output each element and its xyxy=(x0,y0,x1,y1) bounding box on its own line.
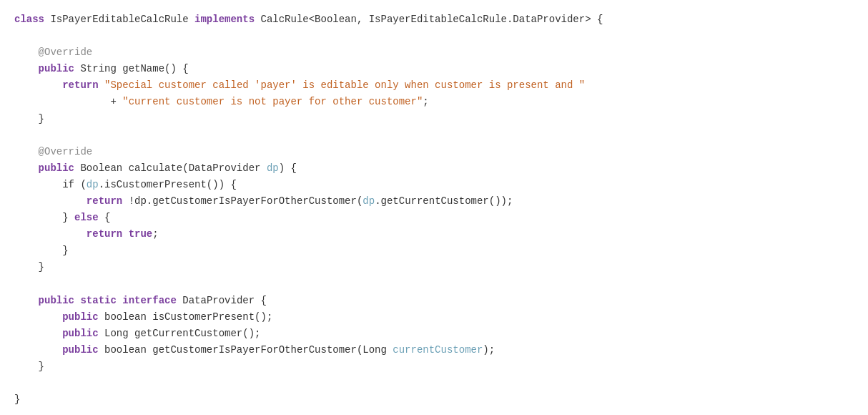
code-line: public Long getCurrentCustomer(); xyxy=(14,326,854,342)
code-line: public Boolean calculate(DataProvider dp… xyxy=(14,160,854,177)
code-line: public String getName() { xyxy=(14,61,854,77)
code-line xyxy=(14,28,854,44)
code-block: class IsPayerEditableCalcRule implements… xyxy=(0,11,868,408)
code-line: @Override xyxy=(14,44,854,61)
code-line xyxy=(14,375,854,391)
code-line xyxy=(14,276,854,293)
code-line: if (dp.isCustomerPresent()) { xyxy=(14,177,854,193)
code-container: class IsPayerEditableCalcRule implements… xyxy=(0,0,868,415)
code-line: } else { xyxy=(14,210,854,226)
code-line: public static interface DataProvider { xyxy=(14,293,854,309)
code-line: } xyxy=(14,111,854,127)
code-line: public boolean getCustomerIsPayerForOthe… xyxy=(14,342,854,358)
code-line: return "Special customer called 'payer' … xyxy=(14,77,854,94)
code-line: } xyxy=(14,391,854,408)
code-line: } xyxy=(14,358,854,375)
code-line xyxy=(14,127,854,144)
code-line: } xyxy=(14,243,854,259)
code-line: } xyxy=(14,259,854,275)
code-line: + "current customer is not payer for oth… xyxy=(14,94,854,110)
code-line: @Override xyxy=(14,144,854,160)
code-line: return true; xyxy=(14,226,854,243)
code-line: return !dp.getCustomerIsPayerForOtherCus… xyxy=(14,193,854,210)
code-line: class IsPayerEditableCalcRule implements… xyxy=(14,11,854,28)
code-line: public boolean isCustomerPresent(); xyxy=(14,309,854,326)
